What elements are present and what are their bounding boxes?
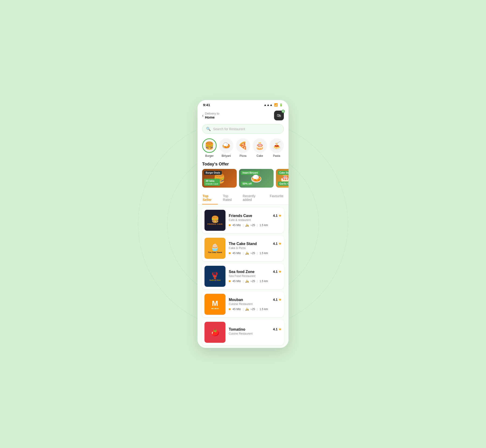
restaurant-type-cake-stand: Cake & Pizza <box>229 246 282 250</box>
tab-favourite[interactable]: Favourite <box>269 192 284 204</box>
distance-3: 1.5 km <box>259 280 268 283</box>
restaurant-info-friends-cave: Friends Cave 4.1★ Cafe & restaurent 45 M… <box>229 214 282 227</box>
restaurant-card-friends-cave[interactable]: 🍔 FRIENDS CAVE Friends Cave 4.1★ Cafe & … <box>202 208 284 233</box>
restaurant-card-mouban[interactable]: M MOUBAN Mouban 4.1★ Cuisine Restaurent … <box>202 291 284 317</box>
wifi-icon: 📶 <box>274 103 278 107</box>
restaurant-type-tomatino: Cuisine Restaurent <box>229 332 282 335</box>
star-icon-5: ★ <box>278 327 282 331</box>
category-pasta-label: Pasta <box>273 154 280 158</box>
restaurant-rating-friends-cave: 4.1★ <box>273 214 282 217</box>
star-icon-2: ★ <box>278 242 282 246</box>
category-cake-label: Cake <box>257 154 263 158</box>
restaurant-name-seafood: Sea food Zone <box>229 270 254 274</box>
restaurant-rating-cake-stand: 4.1★ <box>273 242 282 246</box>
restaurant-tabs: Top Seller Top Rated Recently added Favo… <box>197 191 289 205</box>
restaurant-logo-seafood: 🦞 SeaFood Zone <box>204 266 226 287</box>
delivery-fee-3: ৳25 <box>251 280 255 283</box>
category-pasta-img: 🍝 <box>269 138 284 153</box>
category-pasta[interactable]: 🍝 Pasta <box>269 138 284 158</box>
category-burger-img: 🍔 <box>202 138 217 153</box>
status-icons: ▲▲▲ 📶 🔋 <box>264 103 283 107</box>
category-biriyani-label: Biriyani <box>221 154 231 158</box>
restaurant-rating-seafood: 4.1★ <box>273 270 282 273</box>
offer-1-label: Burger Deals <box>204 171 222 175</box>
status-bar: 9:41 ▲▲▲ 📶 🔋 <box>197 100 289 109</box>
restaurant-type-friends-cave: Cafe & restaurent <box>229 218 282 222</box>
todays-offer-section: Today's Offer <box>197 159 289 169</box>
delivery-time-3: 45 Min <box>233 280 241 283</box>
offer-card-1-bg: 🍔 Burger Deals 30 takaFriends Cave <box>202 169 237 188</box>
offer-card-burger[interactable]: 🍔 Burger Deals 30 takaFriends Cave <box>202 169 237 188</box>
offer-2-label: Iraani Biriyani <box>241 171 259 175</box>
offer-card-3-bg: 🎂 Cake Stand Garlic C... <box>276 169 289 188</box>
tab-top-rated[interactable]: Top Rated <box>222 192 237 204</box>
restaurant-meta-mouban: 45 Min | 🛵 ৳25 | 1.5 km <box>229 308 282 311</box>
time-dot-2 <box>229 252 231 254</box>
restaurant-name-friends-cave: Friends Cave <box>229 214 252 218</box>
category-biriyani[interactable]: 🍛 Biriyani <box>219 138 234 158</box>
distance: 1.5 km <box>259 224 268 227</box>
offer-3-label: Cake Stand <box>278 171 289 175</box>
category-burger[interactable]: 🍔 Burger <box>202 138 217 158</box>
distance-4: 1.5 km <box>259 308 268 311</box>
restaurant-card-tomatino[interactable]: 🍅 Tomatino 4.1★ Cuisine Restaurent <box>202 320 284 345</box>
time-dot <box>229 224 231 226</box>
delivery-fee: ৳25 <box>251 224 255 227</box>
restaurant-info-cake-stand: The Cake Stand 4.1★ Cake & Pizza 45 Min … <box>229 242 282 255</box>
category-biriyani-img: 🍛 <box>219 138 234 153</box>
restaurant-logo-friends-cave: 🍔 FRIENDS CAVE <box>204 210 226 231</box>
distance-2: 1.5 km <box>259 252 268 255</box>
restaurant-logo-cake-stand: 🧁 The Cake Stand <box>204 238 226 259</box>
offers-scroll[interactable]: 🍔 Burger Deals 30 takaFriends Cave 🍛 Ira… <box>197 169 289 191</box>
delivery-icon-2: 🛵 <box>245 252 249 255</box>
restaurant-rating-mouban: 4.1★ <box>273 298 282 302</box>
delivery-icon: 🛵 <box>245 224 249 227</box>
category-pizza-label: Pizza <box>240 154 246 158</box>
delivery-info: Delivery to Home <box>205 112 219 119</box>
offer-card-cake[interactable]: 🎂 Cake Stand Garlic C... <box>276 169 289 188</box>
restaurant-card-seafood[interactable]: 🦞 SeaFood Zone Sea food Zone 4.1★ Sea Fo… <box>202 264 284 289</box>
categories-row: 🍔 Burger 🍛 Biriyani 🍕 Pizza 🎂 Cake 🍝 <box>197 136 289 159</box>
header: ‹ Delivery to Home 🛍 <box>197 109 289 123</box>
cake-emoji: 🎂 <box>255 141 265 150</box>
pasta-emoji: 🍝 <box>272 141 281 150</box>
category-cake-img: 🎂 <box>252 138 267 153</box>
tab-recently-added[interactable]: Recently added <box>242 192 265 204</box>
delivery-icon-4: 🛵 <box>245 308 249 311</box>
search-container: 🔍 Search for Restaurent <box>197 123 289 136</box>
delivery-time: 45 Min <box>233 224 241 227</box>
restaurant-info-seafood: Sea food Zone 4.1★ Sea Food Restaurent 4… <box>229 270 282 283</box>
delivery-location: Home <box>205 115 219 119</box>
restaurant-logo-tomatino: 🍅 <box>204 322 226 343</box>
status-time: 9:41 <box>203 103 210 107</box>
pizza-emoji: 🍕 <box>238 141 248 150</box>
tab-top-seller[interactable]: Top Seller <box>202 192 218 204</box>
offer-2-discount: 50% off <box>241 182 253 186</box>
restaurants-list: 🍔 FRIENDS CAVE Friends Cave 4.1★ Cafe & … <box>197 205 289 348</box>
burger-emoji: 🍔 <box>205 141 214 150</box>
header-left: ‹ Delivery to Home <box>202 112 219 119</box>
category-cake[interactable]: 🎂 Cake <box>252 138 267 158</box>
restaurant-name-mouban: Mouban <box>229 298 243 302</box>
offer-3-discount: Garlic C... <box>278 182 289 186</box>
time-dot-3 <box>229 280 231 282</box>
restaurant-name-cake-stand: The Cake Stand <box>229 242 257 246</box>
cart-button[interactable]: 🛍 <box>274 111 284 120</box>
offer-card-biriyani[interactable]: 🍛 Iraani Biriyani 50% off <box>239 169 274 188</box>
restaurant-type-mouban: Cuisine Restaurent <box>229 302 282 306</box>
offer-card-2-bg: 🍛 Iraani Biriyani 50% off <box>239 169 274 188</box>
delivery-label: Delivery to <box>205 112 219 115</box>
category-pizza[interactable]: 🍕 Pizza <box>236 138 250 158</box>
offer-1-discount: 30 takaFriends Cave <box>204 179 220 186</box>
restaurant-info-mouban: Mouban 4.1★ Cuisine Restaurent 45 Min | … <box>229 298 282 311</box>
signal-icon: ▲▲▲ <box>264 103 273 107</box>
restaurant-type-seafood: Sea Food Restaurent <box>229 274 282 278</box>
delivery-fee-2: ৳25 <box>251 252 255 255</box>
star-icon: ★ <box>278 214 282 217</box>
search-bar[interactable]: 🔍 Search for Restaurent <box>202 124 284 134</box>
restaurant-rating-tomatino: 4.1★ <box>273 327 282 331</box>
search-icon: 🔍 <box>206 127 211 131</box>
restaurant-name-tomatino: Tomatino <box>229 327 245 332</box>
restaurant-card-cake-stand[interactable]: 🧁 The Cake Stand The Cake Stand 4.1★ Cak… <box>202 235 284 261</box>
back-button[interactable]: ‹ <box>202 113 203 118</box>
